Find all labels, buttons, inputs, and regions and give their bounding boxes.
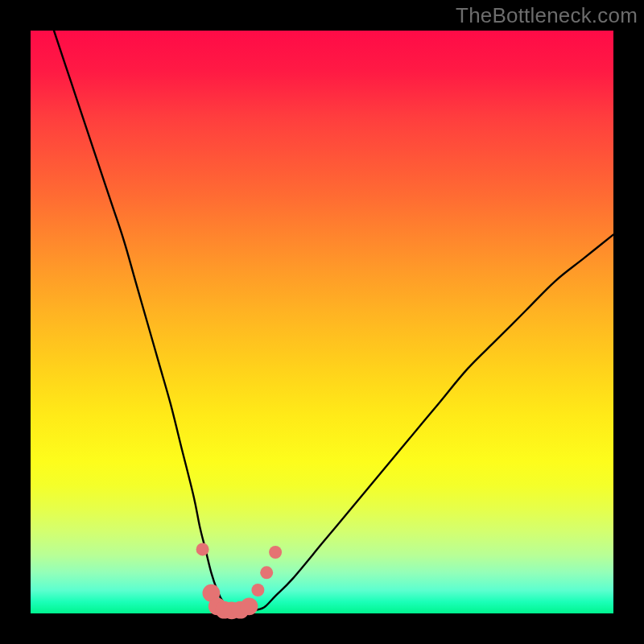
plot-area [31,31,613,613]
watermark-label: TheBottleneck.com [456,3,638,28]
curve-marker [251,584,264,597]
curve-markers [196,543,283,619]
curve-marker [241,597,258,615]
curve-layer [31,31,613,613]
curve-marker [196,543,209,555]
curve-marker [260,566,273,579]
chart-frame: TheBottleneck.com [0,0,644,644]
bottleneck-curve [54,31,613,612]
curve-marker [269,546,282,559]
